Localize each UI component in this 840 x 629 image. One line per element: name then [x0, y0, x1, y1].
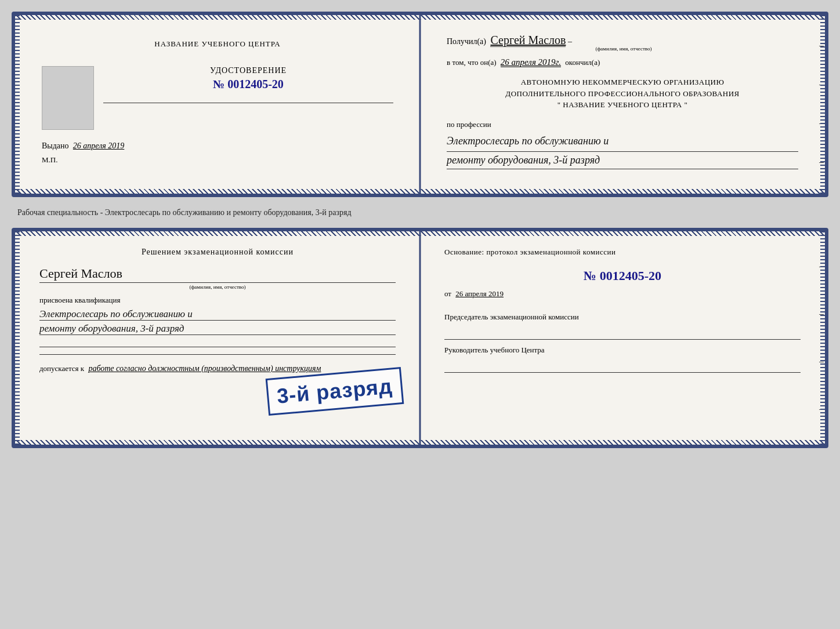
- poluchil-row: Получил(а) Сергей Маслов – (фамилия, имя…: [447, 34, 798, 52]
- top-right-panel: Получил(а) Сергей Маслов – (фамилия, имя…: [420, 15, 825, 194]
- vydano-label: Выдано: [42, 141, 69, 150]
- prof-value1: Электрослесарь по обслуживанию и: [447, 133, 798, 152]
- bottom-right-inner: Основание: протокол экзаменационной коми…: [437, 243, 808, 383]
- cert-number: № 0012405-20: [103, 78, 393, 91]
- dopuskaetsya-label: допускается к: [39, 364, 84, 373]
- osnov-divider2: [444, 372, 801, 373]
- right-border-decoration-bottom: [820, 231, 825, 445]
- udostoverenie-label: УДОСТОВЕРЕНИЕ: [103, 66, 393, 75]
- org-line3: " НАЗВАНИЕ УЧЕБНОГО ЦЕНТРА ": [447, 99, 798, 111]
- reshen-divider2: [39, 354, 396, 355]
- vydano-date: 26 апреля 2019: [73, 141, 124, 150]
- cert-info-block: УДОСТОВЕРЕНИЕ № 0012405-20: [103, 66, 393, 108]
- reshen-fio-label: (фамилия, имя, отчество): [39, 282, 396, 290]
- bottom-right-panel: Основание: протокол экзаменационной коми…: [420, 231, 825, 445]
- top-right-inner: Получил(а) Сергей Маслов – (фамилия, имя…: [437, 29, 808, 174]
- kvalif-line1: Электрослесарь по обслуживанию и: [39, 308, 396, 321]
- ot-label: от: [444, 289, 451, 298]
- middle-text-block: Рабочая специальность - Электрослесарь п…: [12, 206, 828, 219]
- okonchil-label: окончил(а): [565, 58, 600, 67]
- reshen-name: Сергей Маслов: [39, 266, 396, 281]
- vydano-row: Выдано 26 апреля 2019: [42, 141, 393, 151]
- poluchil-label: Получил(а): [447, 37, 486, 46]
- reshen-divider1: [39, 347, 396, 347]
- stamp-text: 3-й разряд: [276, 374, 394, 408]
- top-left-panel: НАЗВАНИЕ УЧЕБНОГО ЦЕНТРА УДОСТОВЕРЕНИЕ №…: [15, 15, 420, 194]
- prof-value2: ремонту оборудования, 3-й разряд: [447, 154, 798, 169]
- dash: –: [568, 37, 572, 46]
- org-line2: ДОПОЛНИТЕЛЬНОГО ПРОФЕССИОНАЛЬНОГО ОБРАЗО…: [447, 88, 798, 100]
- top-document: НАЗВАНИЕ УЧЕБНОГО ЦЕНТРА УДОСТОВЕРЕНИЕ №…: [12, 12, 828, 197]
- vtom-date: 26 апреля 2019г.: [501, 57, 561, 67]
- osnov-number: № 0012405-20: [444, 268, 801, 283]
- osnov-ot-row: от 26 апреля 2019: [444, 289, 801, 299]
- cert-middle-section: УДОСТОВЕРЕНИЕ № 0012405-20: [42, 66, 393, 130]
- school-name-top: НАЗВАНИЕ УЧЕБНОГО ЦЕНТРА: [42, 39, 393, 49]
- dopusk-value: работе согласно должностным (производств…: [88, 364, 321, 373]
- reshen-title: Решением экзаменационной комиссии: [39, 248, 396, 257]
- predsedatel-label: Председатель экзаменационной комиссии: [444, 312, 801, 322]
- osnov-title: Основание: протокол экзаменационной коми…: [444, 248, 801, 257]
- prisvoena-label: присвоена квалификация: [39, 296, 396, 305]
- vtom-row: в том, что он(а) 26 апреля 2019г. окончи…: [447, 57, 798, 67]
- rukovod-label: Руководитель учебного Центра: [444, 346, 801, 355]
- cert-divider-line: [103, 103, 393, 103]
- page-wrapper: НАЗВАНИЕ УЧЕБНОГО ЦЕНТРА УДОСТОВЕРЕНИЕ №…: [12, 12, 828, 448]
- kvalif-line2: ремонту оборудования, 3-й разряд: [39, 323, 396, 335]
- cert-photo-placeholder: [42, 66, 94, 130]
- bottom-left-panel: Решением экзаменационной комиссии Сергей…: [15, 231, 420, 445]
- middle-text-content: Рабочая специальность - Электрослесарь п…: [17, 208, 352, 217]
- right-border-decoration-top: [820, 15, 825, 194]
- poluchil-name: Сергей Маслов: [490, 34, 566, 47]
- mp-label: М.П.: [42, 155, 393, 165]
- ot-date: 26 апреля 2019: [455, 289, 504, 298]
- bottom-left-inner: Решением экзаменационной комиссии Сергей…: [32, 243, 403, 378]
- bottom-document: Решением экзаменационной комиссии Сергей…: [12, 228, 828, 448]
- org-line1: АВТОНОМНУЮ НЕКОММЕРЧЕСКУЮ ОРГАНИЗАЦИЮ: [447, 77, 798, 88]
- prof-label: по профессии: [447, 120, 798, 129]
- top-left-inner: НАЗВАНИЕ УЧЕБНОГО ЦЕНТРА УДОСТОВЕРЕНИЕ №…: [32, 29, 403, 169]
- osnov-divider1: [444, 339, 801, 340]
- vtom-label: в том, что он(а): [447, 58, 497, 67]
- org-block: АВТОНОМНУЮ НЕКОММЕРЧЕСКУЮ ОРГАНИЗАЦИЮ ДО…: [447, 77, 798, 111]
